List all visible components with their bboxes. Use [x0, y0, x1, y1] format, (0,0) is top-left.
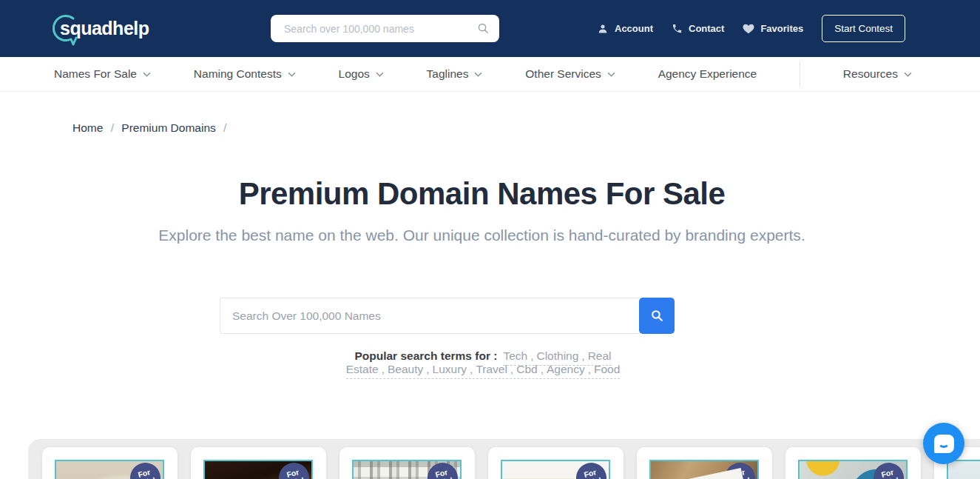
- term-separator: ,: [581, 349, 584, 362]
- nav-label: Names For Sale: [54, 67, 137, 81]
- chat-bubble-icon: [934, 435, 954, 453]
- domain-card-image: For Sale!: [947, 460, 980, 479]
- heart-icon: [743, 23, 754, 34]
- search-icon: [650, 309, 664, 323]
- page: squadhelp Account Contact: [0, 0, 980, 479]
- for-sale-badge: For Sale!: [870, 459, 907, 479]
- domain-card[interactable]: For Sale!: [339, 447, 475, 479]
- chevron-down-icon: [143, 72, 151, 77]
- nav-label: Agency Experience: [658, 67, 757, 81]
- term-link-agency[interactable]: Agency: [547, 363, 585, 375]
- for-sale-badge: For Sale!: [275, 459, 312, 479]
- breadcrumb-current-link[interactable]: Premium Domains: [121, 121, 215, 134]
- domain-search-button[interactable]: [639, 298, 675, 334]
- domain-card-image: For Sale!: [55, 460, 164, 479]
- term-separator: ,: [588, 363, 591, 375]
- term-separator: ,: [426, 363, 429, 375]
- nav-label: Resources: [843, 67, 898, 81]
- domain-card-image: For Sale!: [501, 460, 610, 479]
- domain-search-input[interactable]: [220, 298, 639, 334]
- squadhelp-logo[interactable]: squadhelp: [55, 12, 152, 46]
- account-link[interactable]: Account: [597, 23, 653, 35]
- breadcrumb-separator: /: [223, 121, 226, 134]
- nav-item-taglines[interactable]: Taglines: [427, 67, 483, 81]
- term-separator: ,: [541, 363, 544, 375]
- popular-terms: Popular search terms for : Tech,Clothing…: [220, 349, 746, 376]
- nav-item-naming-contests[interactable]: Naming Contests: [194, 67, 296, 81]
- domain-cards-section: For Sale! For Sale! For Sale! For Sale!: [28, 439, 980, 479]
- chevron-down-icon: [474, 72, 482, 77]
- for-sale-badge: For Sale!: [721, 459, 758, 479]
- term-link-tech[interactable]: Tech: [503, 349, 527, 362]
- nav-divider: [800, 61, 800, 87]
- term-link-luxury[interactable]: Luxury: [433, 363, 467, 375]
- term-separator: ,: [530, 349, 533, 362]
- account-label: Account: [615, 23, 653, 34]
- term-separator: ,: [510, 363, 513, 375]
- term-link-clothing[interactable]: Clothing: [536, 349, 578, 362]
- term-link-food[interactable]: Food: [594, 363, 620, 375]
- domain-card[interactable]: For Sale!: [637, 447, 772, 479]
- term-separator: ,: [382, 363, 385, 375]
- nav-label: Logos: [339, 67, 370, 81]
- domain-card-image: For Sale!: [352, 460, 462, 479]
- domain-search-block: Popular search terms for : Tech,Clothing…: [220, 298, 746, 376]
- breadcrumb: Home / Premium Domains /: [72, 121, 231, 135]
- header-search: [271, 15, 499, 42]
- chevron-down-icon: [288, 72, 296, 77]
- for-sale-badge: For Sale!: [126, 459, 163, 479]
- contact-label: Contact: [689, 23, 724, 34]
- top-header: squadhelp Account Contact: [0, 0, 980, 57]
- chevron-down-icon: [376, 72, 384, 77]
- nav-item-other-services[interactable]: Other Services: [525, 67, 615, 81]
- for-sale-badge: For Sale!: [572, 459, 609, 479]
- chevron-down-icon: [607, 72, 615, 77]
- start-contest-button[interactable]: Start Contest: [822, 15, 905, 42]
- header-links: Account Contact Favorites Start Contest: [597, 15, 905, 42]
- page-title: Premium Domain Names For Sale: [0, 176, 964, 212]
- popular-terms-label: Popular search terms for :: [354, 349, 497, 362]
- for-sale-badge: For Sale!: [424, 459, 461, 479]
- domain-card-image: For Sale!: [798, 460, 908, 479]
- domain-card[interactable]: For Sale!: [488, 447, 624, 479]
- chat-smile-icon: [938, 437, 950, 448]
- domain-card-image: For Sale!: [203, 460, 313, 479]
- chat-launcher-button[interactable]: [923, 423, 964, 464]
- breadcrumb-separator: /: [111, 121, 114, 134]
- term-link-travel[interactable]: Travel: [476, 363, 507, 375]
- phone-icon: [672, 23, 683, 34]
- search-icon[interactable]: [477, 22, 490, 35]
- logo-text: squadhelp: [60, 18, 149, 39]
- user-icon: [597, 23, 609, 35]
- favorites-link[interactable]: Favorites: [743, 23, 803, 34]
- nav-label: Other Services: [525, 67, 601, 81]
- domain-card[interactable]: For Sale!: [191, 447, 326, 479]
- term-link-cbd[interactable]: Cbd: [516, 363, 537, 375]
- contact-link[interactable]: Contact: [672, 23, 724, 34]
- domain-search-row: [220, 298, 746, 334]
- nav-label: Taglines: [427, 67, 469, 81]
- term-separator: ,: [470, 363, 473, 375]
- favorites-label: Favorites: [760, 23, 803, 34]
- breadcrumb-home-link[interactable]: Home: [72, 121, 103, 134]
- term-link-beauty[interactable]: Beauty: [388, 363, 423, 375]
- domain-card[interactable]: For Sale!: [785, 447, 921, 479]
- category-nav: Names For Sale Naming Contests Logos Tag…: [0, 57, 980, 92]
- domain-card[interactable]: For Sale!: [42, 447, 178, 479]
- nav-label: Naming Contests: [194, 67, 282, 81]
- domain-card-image: For Sale!: [649, 460, 759, 479]
- nav-item-resources[interactable]: Resources: [843, 67, 912, 81]
- nav-item-logos[interactable]: Logos: [339, 67, 384, 81]
- page-subtitle: Explore the best name on the web. Our un…: [0, 227, 964, 244]
- header-search-input[interactable]: [271, 15, 499, 42]
- chevron-down-icon: [904, 72, 912, 77]
- nav-item-names-for-sale[interactable]: Names For Sale: [54, 67, 151, 81]
- nav-item-agency-experience[interactable]: Agency Experience: [658, 67, 757, 81]
- domain-cards-row: For Sale! For Sale! For Sale! For Sale!: [28, 439, 980, 479]
